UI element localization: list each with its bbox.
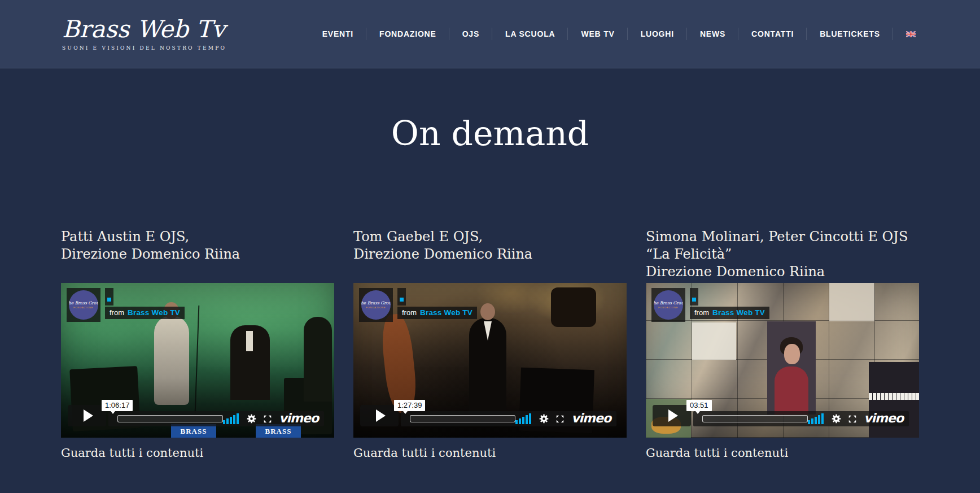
vimeo-logo[interactable]: vimeo <box>864 411 903 425</box>
vimeo-player[interactable]: BRASS BRASS The Brass Group FONDAZIONE f… <box>61 283 334 438</box>
gear-icon[interactable] <box>539 414 549 424</box>
nav-item-ojs[interactable]: OJS <box>462 29 479 39</box>
duration-badge: 1:27:39 <box>394 400 425 411</box>
brass-group-logo-circle: The Brass Group FONDAZIONE <box>69 290 98 320</box>
accent-dot <box>400 298 404 302</box>
logo-title: Brass Web Tv <box>62 17 226 42</box>
player-control-bar: vimeo <box>401 411 616 426</box>
fullscreen-icon[interactable] <box>263 415 272 424</box>
play-button[interactable] <box>653 405 691 426</box>
player-title-tab <box>690 288 698 306</box>
player-control-bar: vimeo <box>693 411 909 426</box>
channel-link[interactable]: Brass Web TV <box>712 308 765 317</box>
brass-group-logo[interactable]: The Brass Group FONDAZIONE <box>67 288 100 322</box>
brass-group-logo[interactable]: The Brass Group FONDAZIONE <box>651 288 685 322</box>
video-card: Simona Molinari, Peter Cincotti E OJS “L… <box>646 228 919 460</box>
scene-shape <box>304 317 332 402</box>
channel-link[interactable]: Brass Web TV <box>128 308 180 317</box>
video-title: Tom Gaebel E OJS, Direzione Domenico Rii… <box>353 228 627 281</box>
scene-shape <box>829 283 874 321</box>
nav-item-eventi[interactable]: EVENTI <box>322 29 353 39</box>
progress-bar[interactable] <box>702 415 808 422</box>
scene-shape <box>784 344 800 364</box>
watch-all-link[interactable]: Guarda tutti i contenuti <box>61 446 203 460</box>
volume-bars-icon[interactable] <box>223 413 239 424</box>
video-card-row: Patti Austin E OJS, Direzione Domenico R… <box>61 228 919 460</box>
brass-group-logo-circle: The Brass Group FONDAZIONE <box>654 290 683 320</box>
play-triangle-icon <box>668 409 678 422</box>
player-title-tab <box>397 288 406 306</box>
scene-shape <box>775 367 808 415</box>
player-byline: from Brass Web TV <box>397 307 477 319</box>
scene-shape <box>230 325 270 400</box>
scene-shape <box>379 313 419 414</box>
vimeo-logo[interactable]: vimeo <box>571 411 611 425</box>
video-card: Tom Gaebel E OJS, Direzione Domenico Rii… <box>353 228 627 460</box>
player-byline: from Brass Web TV <box>105 307 185 319</box>
video-title: Patti Austin E OJS, Direzione Domenico R… <box>61 228 334 281</box>
play-triangle-icon <box>376 409 386 422</box>
play-triangle-icon <box>84 409 93 422</box>
volume-bars-icon[interactable] <box>515 413 531 424</box>
nav-item-la-scuola[interactable]: LA SCUOLA <box>505 29 555 39</box>
scene-shape <box>469 318 506 414</box>
scene-shape <box>551 287 596 327</box>
vimeo-player[interactable]: The Brass Group FONDAZIONE from Brass We… <box>353 283 627 438</box>
volume-bars-icon[interactable] <box>808 413 824 424</box>
brass-group-logo-circle: The Brass Group FONDAZIONE <box>361 290 391 320</box>
video-card: Patti Austin E OJS, Direzione Domenico R… <box>61 228 334 460</box>
gear-icon[interactable] <box>832 414 841 424</box>
site-logo[interactable]: Brass Web Tv SUONI E VISIONI DEL NOSTRO … <box>62 17 226 51</box>
progress-bar[interactable] <box>410 415 515 422</box>
nav-item-contatti[interactable]: CONTATTI <box>751 29 794 39</box>
accent-dot <box>107 298 111 302</box>
fullscreen-icon[interactable] <box>848 415 857 424</box>
nav-item-luoghi[interactable]: LUOGHI <box>641 29 674 39</box>
scene-shape <box>692 322 736 360</box>
nav-item-news[interactable]: NEWS <box>700 29 725 39</box>
video-title: Simona Molinari, Peter Cincotti E OJS “L… <box>646 228 919 281</box>
progress-bar[interactable] <box>117 415 223 422</box>
scene-shape <box>154 316 189 405</box>
play-button[interactable] <box>360 405 399 426</box>
player-byline: from Brass Web TV <box>690 307 769 319</box>
scene-shape <box>195 306 200 413</box>
gear-icon[interactable] <box>247 414 256 424</box>
on-demand-section: On demand <box>0 68 980 151</box>
main-nav: EVENTI FONDAZIONE OJS LA SCUOLA WEB TV L… <box>322 29 916 39</box>
logo-tagline: SUONI E VISIONI DEL NOSTRO TEMPO <box>62 45 226 51</box>
accent-dot <box>692 298 696 302</box>
player-control-bar: vimeo <box>108 411 324 426</box>
player-title-tab <box>105 288 113 306</box>
nav-item-fondazione[interactable]: FONDAZIONE <box>379 29 436 39</box>
nav-item-web-tv[interactable]: WEB TV <box>581 29 614 39</box>
duration-badge: 03:51 <box>686 400 712 411</box>
watch-all-link[interactable]: Guarda tutti i contenuti <box>646 446 788 460</box>
duration-badge: 1:06:17 <box>102 400 133 411</box>
site-header: Brass Web Tv SUONI E VISIONI DEL NOSTRO … <box>0 0 980 68</box>
fullscreen-icon[interactable] <box>555 415 565 424</box>
brass-group-logo[interactable]: The Brass Group FONDAZIONE <box>359 288 393 322</box>
vimeo-logo[interactable]: vimeo <box>279 411 318 425</box>
watch-all-link[interactable]: Guarda tutti i contenuti <box>353 446 496 460</box>
nav-item-bluetickets[interactable]: BLUETICKETS <box>820 29 880 39</box>
page-title: On demand <box>0 116 980 151</box>
uk-flag-icon[interactable] <box>906 31 916 37</box>
channel-link[interactable]: Brass Web TV <box>420 308 473 317</box>
vimeo-player[interactable]: The Brass Group FONDAZIONE from Brass We… <box>646 283 919 438</box>
play-button[interactable] <box>68 405 106 426</box>
